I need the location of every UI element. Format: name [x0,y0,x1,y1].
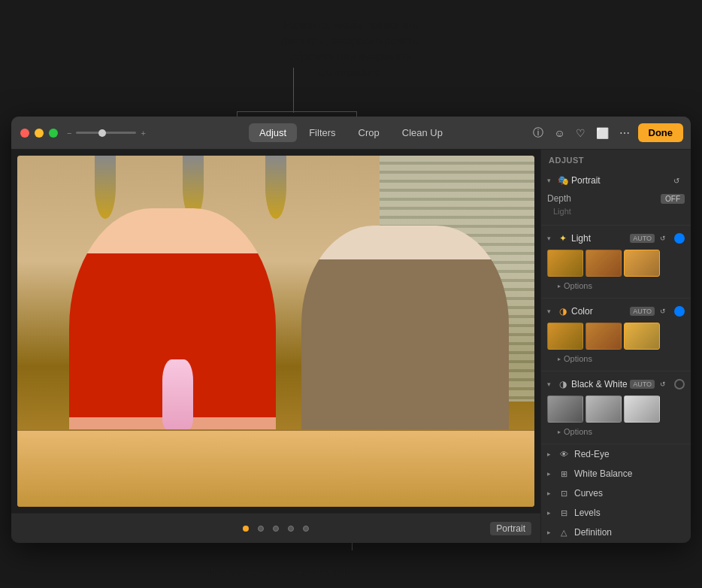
light-options[interactable]: ▸ Options [541,280,691,293]
share-button[interactable]: ⬜ [594,125,611,141]
titlebar: − + Adjust Filters Crop Clean Up ⓘ ☺ ♡ ⬜… [11,117,691,150]
light-toggle[interactable] [674,233,685,244]
color-thumb-1[interactable] [547,323,583,350]
color-options[interactable]: ▸ Options [541,353,691,366]
bw-toggle[interactable] [674,379,685,389]
row-levels[interactable]: ▸ ⊟ Levels [541,503,691,523]
def-label: Definition [574,527,685,538]
bw-title: Black & White [571,379,630,389]
light-thumb-3[interactable] [624,250,660,277]
photo-display [17,156,534,507]
levels-chevron: ▸ [547,509,555,517]
portrait-chevron: ▾ [547,177,555,184]
wb-label: White Balance [574,468,685,479]
bw-thumb-2[interactable] [586,396,622,423]
section-bw-header[interactable]: ▾ ◑ Black & White AUTO ↺ [541,376,691,393]
section-color-header[interactable]: ▾ ◑ Color AUTO ↺ [541,303,691,320]
photo-area: Portrait [11,150,540,543]
bw-thumbnails [541,393,691,426]
color-badges: AUTO ↺ [630,306,685,317]
portrait-icon: 🎭 [558,175,568,186]
light-auto-badge[interactable]: AUTO [630,234,655,243]
dot-1[interactable] [243,526,249,532]
color-auto-badge[interactable]: AUTO [630,307,655,316]
pendant-light-3 [265,156,286,219]
bw-chevron: ▾ [547,380,555,388]
tab-filters[interactable]: Filters [298,123,346,142]
dot-3[interactable] [273,526,279,532]
dot-2[interactable] [258,526,264,532]
section-light: ▾ ✦ Light AUTO ↺ ▸ Options [541,226,691,299]
zoom-slider[interactable] [76,132,136,134]
options-label: Options [564,281,592,290]
row-curves[interactable]: ▸ ⊡ Curves [541,483,691,503]
titlebar-right: ⓘ ☺ ♡ ⬜ ⋯ Done [531,123,683,142]
row-red-eye[interactable]: ▸ 👁 Red-Eye [541,444,691,464]
red-eye-icon: 👁 [558,448,570,460]
tab-crop[interactable]: Crop [348,123,390,142]
def-icon: △ [558,526,570,538]
top-callout-text: Нажмите, чтобы применитьфильтры, откорре… [281,17,421,80]
red-eye-chevron: ▸ [547,450,555,458]
photo-toolbar: Portrait [11,513,540,543]
pendant-light-1 [95,156,116,219]
face-button[interactable]: ☺ [552,125,567,141]
portrait-reset-icon: ↺ [671,175,682,186]
photo-container [11,150,540,513]
color-options-chevron: ▸ [558,356,561,362]
portrait-title: Portrait [571,175,671,186]
zoom-slider-area: − + [67,129,146,138]
info-button[interactable]: ⓘ [531,124,546,142]
portrait-controls: Depth OFF Light [541,189,691,220]
wb-chevron: ▸ [547,470,555,477]
zoom-in-icon: + [141,129,145,138]
bw-thumb-1[interactable] [547,396,583,423]
tab-group: Adjust Filters Crop Clean Up [249,123,453,142]
section-portrait-header[interactable]: ▾ 🎭 Portrait ↺ [541,172,691,189]
tab-adjust[interactable]: Adjust [249,123,297,142]
content-area: Portrait ADJUST ▾ 🎭 Portrait ↺ Depth OFF [11,150,691,543]
curves-chevron: ▸ [547,489,555,497]
depth-value[interactable]: OFF [661,194,685,204]
bw-options-chevron: ▸ [558,429,561,435]
dot-5[interactable] [303,526,309,532]
minimize-button[interactable] [35,129,44,138]
dot-4[interactable] [288,526,294,532]
light-sub-label: Light [547,207,685,216]
zoom-out-icon: − [67,129,71,138]
bw-icon: ◑ [558,379,568,389]
bottom-callout: Инструменты корректировки [0,543,552,588]
options-chevron: ▸ [558,283,561,289]
depth-row: Depth OFF [547,193,685,204]
row-selective-color[interactable]: ▸ ⠿ Selective Color [541,542,691,543]
callout-line [293,68,294,113]
light-title: Light [571,233,630,244]
bw-thumb-3[interactable] [624,396,660,423]
bw-auto-badge[interactable]: AUTO [630,380,655,389]
bottom-callout-text: Инструменты корректировки [206,565,346,580]
milkshake [162,359,193,429]
done-button[interactable]: Done [638,123,684,142]
light-thumb-2[interactable] [586,250,622,277]
section-portrait: ▾ 🎭 Portrait ↺ Depth OFF Light [541,168,691,226]
traffic-lights [20,129,58,138]
more-button[interactable]: ⋯ [617,125,632,141]
maximize-button[interactable] [49,129,58,138]
color-thumb-3[interactable] [624,323,660,350]
tab-cleanup[interactable]: Clean Up [392,123,453,142]
section-light-header[interactable]: ▾ ✦ Light AUTO ↺ [541,230,691,247]
bw-badges: AUTO ↺ [630,379,685,389]
light-badges: AUTO ↺ [630,233,685,244]
heart-button[interactable]: ♡ [573,125,588,141]
row-definition[interactable]: ▸ △ Definition [541,523,691,542]
row-white-balance[interactable]: ▸ ⊞ White Balance [541,464,691,483]
light-thumb-1[interactable] [547,250,583,277]
color-toggle[interactable] [674,306,685,317]
main-window: − + Adjust Filters Crop Clean Up ⓘ ☺ ♡ ⬜… [11,117,691,543]
bw-options[interactable]: ▸ Options [541,426,691,439]
portrait-label: Portrait [490,522,531,535]
def-chevron: ▸ [547,529,555,536]
color-thumb-2[interactable] [586,323,622,350]
color-thumbnails [541,320,691,353]
close-button[interactable] [20,129,29,138]
